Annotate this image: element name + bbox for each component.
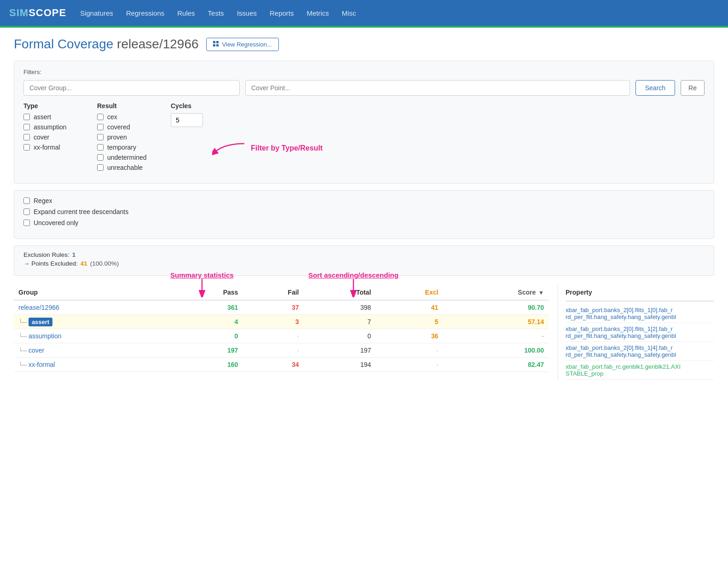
reset-button[interactable]: Re — [681, 80, 705, 96]
uncovered-option[interactable]: Uncovered only — [23, 219, 705, 226]
group-cell: └─ xx-formal — [14, 358, 170, 372]
nav-reports[interactable]: Reports — [270, 9, 294, 17]
type-assumption-label: assumption — [34, 123, 67, 131]
summary-arrow-icon — [195, 279, 209, 297]
filter-row: Search Re — [23, 80, 705, 96]
group-cell: └─ cover — [14, 343, 170, 358]
page-title-blue: Formal Coverage — [14, 37, 113, 51]
property-item[interactable]: xbar_fab_port.fab_rc.genblk1.genblk21.AX… — [566, 361, 714, 380]
result-undetermined[interactable]: undetermined — [97, 154, 152, 161]
nav-regressions[interactable]: Regressions — [126, 9, 164, 17]
type-assert-checkbox[interactable] — [23, 114, 30, 120]
tree-indent: └─ — [18, 361, 27, 368]
excl-cell: 5 — [376, 315, 443, 329]
th-group: Group — [14, 285, 170, 300]
type-xxformal-checkbox[interactable] — [23, 144, 30, 151]
nav-signatures[interactable]: Signatures — [80, 9, 113, 17]
sort-arrow-icon — [347, 279, 360, 297]
result-unreachable-checkbox[interactable] — [97, 164, 104, 171]
regex-label: Regex — [34, 197, 52, 204]
prop-text-3a: xbar_fab_port.banks_2[0].flits_1[4].fab_… — [566, 344, 673, 351]
result-label: Result — [97, 102, 152, 110]
grid-icon — [213, 41, 220, 47]
result-covered-checkbox[interactable] — [97, 124, 104, 130]
property-item[interactable]: xbar_fab_port.banks_2[0].flits_1[4].fab_… — [566, 342, 714, 361]
nav-tests[interactable]: Tests — [208, 9, 224, 17]
type-assert[interactable]: assert — [23, 113, 79, 121]
group-cell: └─ assert — [14, 315, 170, 329]
pass-cell: 0 — [170, 329, 243, 343]
type-cover[interactable]: cover — [23, 133, 79, 141]
arrow-icon — [212, 139, 249, 157]
results-table: Group Pass Fail Total Excl Score ▼ — [14, 285, 549, 372]
view-regression-button[interactable]: View Regression... — [206, 38, 279, 51]
total-cell: 194 — [303, 358, 376, 372]
excl-cell: 36 — [376, 329, 443, 343]
result-cex[interactable]: cex — [97, 113, 152, 121]
nav-misc[interactable]: Misc — [342, 9, 356, 17]
uncovered-checkbox[interactable] — [23, 220, 30, 226]
cycles-input[interactable] — [171, 113, 203, 127]
type-assumption-checkbox[interactable] — [23, 124, 30, 130]
result-proven[interactable]: proven — [97, 133, 152, 141]
result-cex-checkbox[interactable] — [97, 114, 104, 120]
pass-cell: 4 — [170, 315, 243, 329]
result-temporary-checkbox[interactable] — [97, 144, 104, 151]
filters-section: Filters: Search Re Type assert assu — [14, 61, 714, 184]
group-link[interactable]: assumption — [29, 332, 62, 340]
tree-indent: └─ — [18, 319, 27, 325]
view-regression-label: View Regression... — [222, 41, 272, 48]
regex-checkbox[interactable] — [23, 197, 30, 204]
search-button[interactable]: Search — [636, 80, 675, 96]
property-item[interactable]: xbar_fab_port.banks_2[0].flits_1[2].fab_… — [566, 323, 714, 342]
type-xxformal-label: xx-formal — [34, 144, 60, 151]
score-cell: - — [443, 329, 549, 343]
th-fail[interactable]: Fail — [243, 285, 303, 300]
result-proven-checkbox[interactable] — [97, 134, 104, 140]
property-item[interactable]: xbar_fab_port.banks_2[0].flits_1[0].fab_… — [566, 304, 714, 323]
exclusion-num[interactable]: 1 — [72, 251, 76, 258]
total-cell: 398 — [303, 300, 376, 315]
group-cell: release/12966 — [14, 300, 170, 315]
table-row: release/12966 361 37 398 41 90.70 — [14, 300, 549, 315]
th-score[interactable]: Score ▼ — [443, 285, 549, 300]
regex-option[interactable]: Regex — [23, 197, 705, 204]
excl-cell: 41 — [376, 300, 443, 315]
group-link[interactable]: xx-formal — [29, 361, 55, 368]
assert-badge: assert — [29, 318, 52, 326]
prop-text-3b: rd_per_flit.hang_safety.hang_safety.genb… — [566, 351, 676, 358]
score-cell: 90.70 — [443, 300, 549, 315]
table-section: Group Pass Fail Total Excl Score ▼ — [14, 285, 714, 380]
type-label: Type — [23, 102, 79, 110]
cover-point-input[interactable] — [245, 80, 630, 96]
nav-metrics[interactable]: Metrics — [307, 9, 329, 17]
expand-label: Expand current tree descendants — [34, 208, 128, 215]
result-filter-col: Result cex covered proven — [97, 102, 152, 174]
svg-rect-0 — [213, 41, 215, 43]
table-row: └─ assert 4 3 7 5 57.14 — [14, 315, 549, 329]
fail-cell: · — [243, 329, 303, 343]
result-covered-label: covered — [107, 123, 130, 131]
cover-group-input[interactable] — [23, 80, 240, 96]
result-unreachable[interactable]: unreachable — [97, 164, 152, 171]
expand-checkbox[interactable] — [23, 209, 30, 215]
fail-cell: 34 — [243, 358, 303, 372]
points-excluded-row: → Points Excluded: 41 (100.00%) — [23, 260, 705, 267]
result-temporary[interactable]: temporary — [97, 144, 152, 151]
expand-option[interactable]: Expand current tree descendants — [23, 208, 705, 215]
type-xxformal[interactable]: xx-formal — [23, 144, 79, 151]
result-cex-label: cex — [107, 113, 117, 121]
type-assumption[interactable]: assumption — [23, 123, 79, 131]
result-covered[interactable]: covered — [97, 123, 152, 131]
total-cell: 0 — [303, 329, 376, 343]
filter-columns: Type assert assumption cover — [23, 102, 705, 174]
group-link[interactable]: release/12966 — [18, 304, 59, 311]
group-link[interactable]: cover — [29, 347, 44, 354]
type-cover-checkbox[interactable] — [23, 134, 30, 140]
sort-annotation-text: Sort ascending/descending — [308, 271, 399, 279]
result-undetermined-checkbox[interactable] — [97, 154, 104, 161]
nav-rules[interactable]: Rules — [177, 9, 195, 17]
tree-indent: └─ — [18, 347, 27, 354]
nav-issues[interactable]: Issues — [237, 9, 257, 17]
filter-annotation-text: Filter by Type/Result — [251, 144, 323, 152]
